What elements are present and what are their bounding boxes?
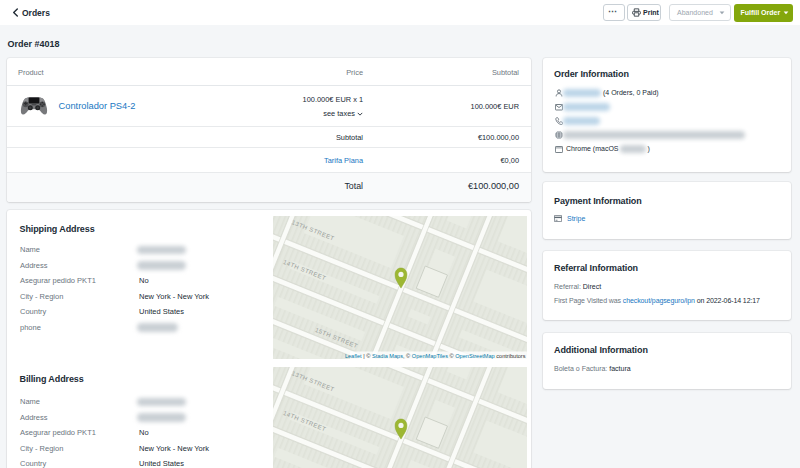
svg-text:Leaflet | © Stadia Maps, © Ope: Leaflet | © Stadia Maps, © OpenMapTiles … xyxy=(344,352,525,358)
